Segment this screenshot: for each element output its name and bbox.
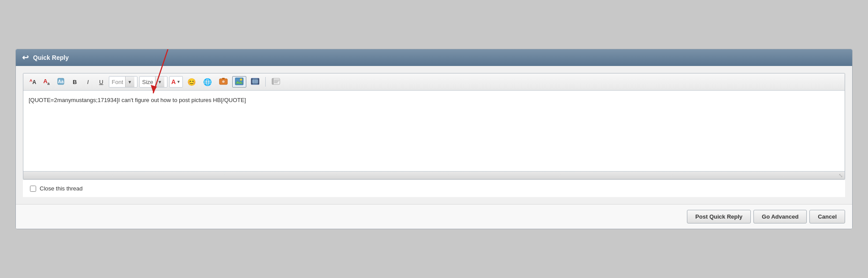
underline-button[interactable]: U <box>96 76 107 88</box>
remove-format-button[interactable]: Aa <box>54 76 67 88</box>
font-selector[interactable]: Font ▼ <box>109 76 137 88</box>
post-quick-reply-button[interactable]: Post Quick Reply <box>687 210 751 223</box>
bottom-bar: Post Quick Reply Go Advanced Cancel <box>16 204 852 229</box>
svg-point-7 <box>240 78 242 80</box>
insert-image-button[interactable] <box>232 76 246 88</box>
editor-container: AA Aa Aa <box>23 73 845 179</box>
shrink-font-icon: AA <box>30 78 36 85</box>
italic-button[interactable]: I <box>82 76 94 88</box>
panel-title: Quick Reply <box>33 54 69 61</box>
grow-font-button[interactable]: Aa <box>41 76 52 88</box>
svg-point-3 <box>222 80 225 83</box>
quick-reply-panel: ↩ Quick Reply AA Aa <box>15 49 853 229</box>
camera-icon <box>219 77 228 87</box>
size-selector[interactable]: Size ▼ <box>139 76 167 88</box>
insert-image-icon <box>235 77 244 87</box>
size-dropdown-button[interactable]: ▼ <box>155 77 164 87</box>
font-select-label: Font <box>112 79 123 85</box>
emoji-icon: 😊 <box>187 78 196 86</box>
size-select-label: Size <box>142 79 153 85</box>
panel-body: AA Aa Aa <box>16 66 852 204</box>
film-icon <box>251 77 260 87</box>
reply-textarea[interactable]: [QUOTE=2manymustangs;171934]I can't figu… <box>23 91 845 170</box>
color-dropdown-arrow: ▼ <box>177 80 181 84</box>
text-area-outer: [QUOTE=2manymustangs;171934]I can't figu… <box>23 91 845 179</box>
quote-icon <box>271 77 280 87</box>
cancel-button[interactable]: Cancel <box>809 210 845 223</box>
text-area-wrapper: [QUOTE=2manymustangs;171934]I can't figu… <box>23 91 845 171</box>
svg-rect-5 <box>235 78 243 85</box>
shrink-font-button[interactable]: AA <box>27 76 39 88</box>
panel-header: ↩ Quick Reply <box>16 49 852 66</box>
close-thread-row: Close this thread <box>23 179 845 197</box>
font-dropdown-button[interactable]: ▼ <box>125 77 134 87</box>
font-color-button[interactable]: A ▼ <box>169 76 183 88</box>
film-button[interactable] <box>248 76 262 88</box>
font-color-icon: A <box>171 78 176 85</box>
svg-rect-11 <box>252 80 258 83</box>
resize-handle-area: ⤡ <box>23 171 845 179</box>
globe-icon: 🌐 <box>203 78 212 86</box>
close-thread-label: Close this thread <box>40 185 83 192</box>
svg-text:Aa: Aa <box>58 79 63 84</box>
svg-rect-17 <box>272 78 274 84</box>
camera-button[interactable] <box>216 76 230 88</box>
quote-button[interactable] <box>269 76 283 88</box>
go-advanced-button[interactable]: Go Advanced <box>753 210 807 223</box>
svg-rect-4 <box>222 78 225 79</box>
emoji-button[interactable]: 😊 <box>185 76 199 88</box>
remove-format-icon: Aa <box>57 77 65 87</box>
page-wrapper: ↩ Quick Reply AA Aa <box>11 44 857 234</box>
back-icon[interactable]: ↩ <box>22 53 29 62</box>
link-button[interactable]: 🌐 <box>200 76 215 88</box>
bold-button[interactable]: B <box>69 76 81 88</box>
toolbar-separator-1 <box>265 77 266 87</box>
toolbar: AA Aa Aa <box>23 73 845 91</box>
resize-handle[interactable]: ⤡ <box>838 173 843 178</box>
grow-font-icon: Aa <box>43 78 49 86</box>
close-thread-checkbox[interactable] <box>30 186 36 192</box>
